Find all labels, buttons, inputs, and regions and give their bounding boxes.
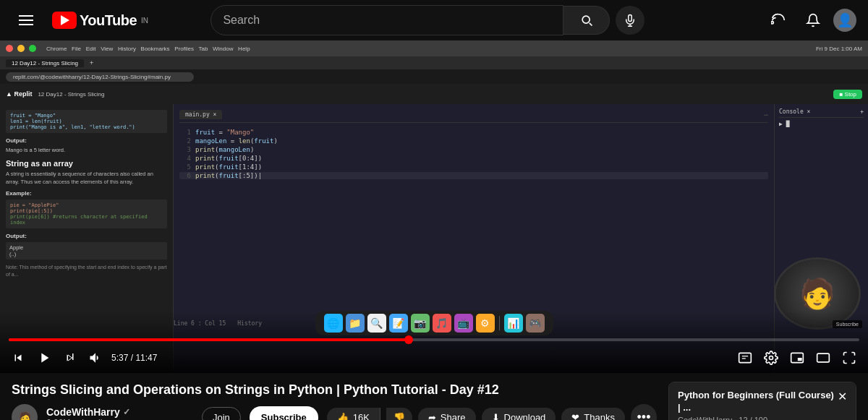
notifications-button[interactable] xyxy=(799,6,827,35)
browser-tab-active[interactable]: 12 Day12 - Strings Slicing xyxy=(6,59,84,67)
youtube-logo[interactable]: YouTubeIN xyxy=(52,12,148,29)
current-time: 5:37 xyxy=(111,353,128,363)
console-header: Console × + xyxy=(779,108,864,118)
youtube-country: IN xyxy=(141,17,148,25)
mic-icon xyxy=(624,14,637,27)
more-icon: ••• xyxy=(637,410,651,420)
share-label: Share xyxy=(441,412,466,420)
settings-button[interactable] xyxy=(761,348,781,368)
mac-chrome-bar: Chrome File Edit View History Bookmarks … xyxy=(0,40,868,56)
search-input-wrap xyxy=(210,5,563,35)
code-line-1: 1fruit = "Mango" xyxy=(179,129,768,136)
share-button[interactable]: ➦ Share xyxy=(418,408,476,420)
video-container: Chrome File Edit View History Bookmarks … xyxy=(0,40,868,373)
thanks-button[interactable]: ❤ Thanks xyxy=(561,408,625,420)
channel-name-row: CodeWithHarry ✓ xyxy=(46,406,193,418)
taskbar-icon-9[interactable]: 📊 xyxy=(504,314,523,333)
output-label-1: Output: xyxy=(6,137,167,144)
taskbar-icon-4[interactable]: 📝 xyxy=(389,314,408,333)
tutorial-body: A string is essentially a sequence of ch… xyxy=(6,171,167,186)
console-add[interactable]: + xyxy=(860,108,864,115)
taskbar-icon-7[interactable]: 📺 xyxy=(454,314,473,333)
channel-row: 🧑 CodeWithHarry ✓ 6.02M subscribers Join… xyxy=(12,404,657,420)
verified-badge: ✓ xyxy=(123,407,130,417)
channel-avatar[interactable]: 🧑 xyxy=(12,404,38,420)
taskbar-icon-6[interactable]: 🎵 xyxy=(433,314,451,333)
avatar[interactable]: 👤 xyxy=(833,9,856,32)
video-title: Strings Slicing and Operations on String… xyxy=(12,382,657,398)
volume-button[interactable] xyxy=(85,348,106,368)
taskbar-icon-3[interactable]: 🔍 xyxy=(367,314,386,333)
share-icon: ➦ xyxy=(428,412,436,420)
gear-icon xyxy=(764,351,778,365)
search-bar xyxy=(210,5,644,35)
below-video: Strings Slicing and Operations on String… xyxy=(0,373,868,420)
progress-bar[interactable] xyxy=(9,338,859,341)
skip-forward-button[interactable] xyxy=(61,348,80,367)
channel-name-text[interactable]: CodeWithHarry xyxy=(46,406,120,418)
player-controls: 🌐 📁 🔍 📝 📷 🎵 📺 ⚙ 📊 🎮 xyxy=(0,311,868,373)
search-button[interactable] xyxy=(563,6,610,35)
progress-fill xyxy=(9,338,409,341)
code-line-5: 5print(fruit[1:4]) xyxy=(179,163,768,171)
hamburger-icon xyxy=(16,12,36,28)
mic-button[interactable] xyxy=(616,6,644,35)
replit-project-name: 12 Day12 - Strings Slicing xyxy=(38,91,104,98)
download-label: Download xyxy=(504,412,546,420)
subscribe-button[interactable]: Subscribe xyxy=(250,406,318,420)
youtube-play-icon xyxy=(52,12,77,29)
side-panel-subtitle: CodeWithHarry · 12 / 100 xyxy=(678,416,838,420)
main-content: Strings Slicing and Operations on String… xyxy=(12,382,657,420)
action-row: 👍 16K 👎 ➦ Share ⬇ Download ❤ Thanks xyxy=(327,404,657,420)
taskbar-icon-5[interactable]: 📷 xyxy=(411,314,430,333)
cast-button[interactable] xyxy=(764,6,793,35)
code-panel-more[interactable]: ⋯ xyxy=(765,111,768,119)
example-label: Example: xyxy=(6,190,167,197)
header-right: 👤 xyxy=(764,6,856,35)
tutorial-code-block-2: pie = "ApplePie"print(pie[:5])print(pie[… xyxy=(6,200,167,228)
hamburger-menu-button[interactable] xyxy=(12,6,41,35)
dislike-button[interactable]: 👎 xyxy=(386,408,412,420)
controls-row: 5:37 / 11:47 xyxy=(9,347,859,369)
svg-rect-6 xyxy=(817,353,830,362)
like-icon: 👍 xyxy=(337,412,349,420)
taskbar-icon-10[interactable]: 🎮 xyxy=(526,314,545,333)
taskbar-icon-2[interactable]: 📁 xyxy=(346,314,365,333)
svg-point-3 xyxy=(770,356,773,360)
side-panel-title: Python for Beginners (Full Course) | ... xyxy=(678,390,838,414)
mac-close-dot xyxy=(6,45,13,52)
join-button[interactable]: Join xyxy=(202,407,241,420)
skip-back-icon xyxy=(12,351,25,364)
code-lines: 1fruit = "Mango" 2mangoLen = len(fruit) … xyxy=(179,129,768,179)
like-count: 16K xyxy=(353,412,370,420)
like-button[interactable]: 👍 16K xyxy=(327,408,380,420)
side-panel-close-button[interactable]: ✕ xyxy=(838,390,847,403)
address-bar: replit.com/@codewithharry/12-Day12-Strin… xyxy=(0,69,868,84)
search-input[interactable] xyxy=(211,6,563,35)
stop-button[interactable]: ■ Stop xyxy=(833,90,862,99)
miniplayer-button[interactable] xyxy=(787,348,807,368)
more-options-button[interactable]: ••• xyxy=(631,404,657,420)
play-pause-button[interactable] xyxy=(33,347,55,369)
captions-button[interactable] xyxy=(735,348,755,368)
fullscreen-button[interactable] xyxy=(839,348,859,368)
browser-tab-new[interactable]: + xyxy=(90,59,93,67)
search-icon xyxy=(579,13,594,27)
mac-time: Fri 9 Dec 1:00 AM xyxy=(816,46,862,52)
download-button[interactable]: ⬇ Download xyxy=(482,408,556,420)
side-panel: Python for Beginners (Full Course) | ...… xyxy=(668,382,856,420)
taskbar-icon-1[interactable]: 🌐 xyxy=(324,314,343,333)
code-tab-main[interactable]: main.py × xyxy=(179,110,222,119)
taskbar-divider xyxy=(499,316,500,330)
taskbar-icon-8[interactable]: ⚙ xyxy=(476,314,495,333)
code-line-4: 4print(fruit[0:4]) xyxy=(179,155,768,162)
theater-button[interactable] xyxy=(813,348,833,368)
output-val-1: Mango is a 5 letter word. xyxy=(6,147,167,153)
browser-tab-bar: 12 Day12 - Strings Slicing + xyxy=(0,56,868,69)
skip-back-button[interactable] xyxy=(9,348,27,367)
mac-maximize-dot xyxy=(29,45,36,52)
download-icon: ⬇ xyxy=(492,412,500,420)
captions-icon xyxy=(738,351,752,365)
video-screenshot: Chrome File Edit View History Bookmarks … xyxy=(0,40,868,373)
url-display[interactable]: replit.com/@codewithharry/12-Day12-Strin… xyxy=(6,72,194,82)
